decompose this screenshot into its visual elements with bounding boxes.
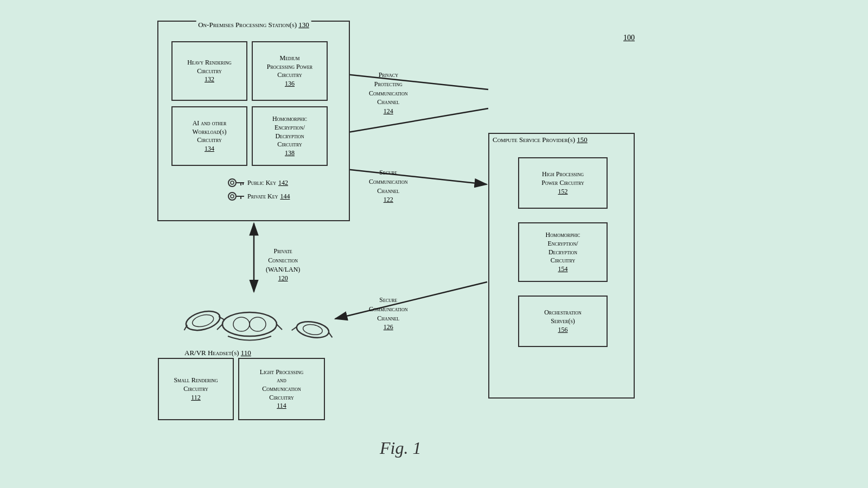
heavy-rendering-ref: 132 — [205, 75, 214, 84]
orchestration-box: OrchestrationServer(s) 156 — [518, 296, 608, 347]
private-key-area: Private Key 144 — [228, 191, 290, 201]
light-processing-title: Light ProcessingandCommunicationCircuitr… — [260, 368, 304, 402]
compute-title: Compute Service Provider(s) 150 — [491, 136, 589, 144]
medium-processing-title: MediumProcessing PowerCircuitry — [267, 54, 312, 80]
high-processing-ref: 152 — [558, 188, 568, 196]
heavy-rendering-title: Heavy RenderingCircuitry — [187, 59, 232, 75]
svg-point-16 — [184, 308, 222, 333]
svg-line-5 — [335, 282, 487, 319]
svg-point-7 — [228, 179, 236, 187]
homomorphic-compute-box: HomomorphicEncryption/DecryptionCircuitr… — [518, 222, 608, 282]
svg-line-3 — [335, 108, 488, 134]
small-rendering-ref: 112 — [191, 394, 201, 402]
light-processing-ref: 114 — [277, 402, 286, 410]
diagram-container: 100 On-Premises Processing Station(s) 13… — [0, 0, 868, 488]
public-key-ref: 142 — [278, 179, 288, 187]
svg-line-27 — [292, 326, 297, 331]
light-processing-box: Light ProcessingandCommunicationCircuitr… — [238, 358, 325, 420]
ai-workload-box: AI and otherWorkload(s)Circuitry 134 — [171, 106, 247, 166]
svg-point-22 — [250, 317, 266, 331]
homomorphic-compute-title: HomomorphicEncryption/DecryptionCircuitr… — [546, 231, 580, 265]
privacy-channel-label: PrivacyProtectingCommunicationChannel124 — [369, 70, 408, 116]
ref-100: 100 — [623, 34, 635, 42]
svg-line-24 — [277, 324, 282, 330]
svg-point-26 — [302, 323, 323, 336]
svg-point-25 — [295, 319, 330, 340]
high-processing-box: High ProcessingPower Circuitry 152 — [518, 157, 608, 209]
small-rendering-title: Small RenderingCircuitry — [174, 376, 218, 393]
private-connection-label: PrivateConnection(WAN/LAN)120 — [266, 247, 300, 283]
fig-caption: Fig. 1 — [380, 438, 421, 458]
svg-point-13 — [231, 195, 234, 198]
ai-workload-title: AI and otherWorkload(s)Circuitry — [193, 119, 227, 145]
ai-workload-ref: 134 — [205, 145, 214, 153]
homomorphic-on-box: HomomorphicEncryption/DecryptionCircuitr… — [252, 106, 328, 166]
arrows-svg — [0, 0, 868, 488]
svg-line-28 — [328, 332, 333, 337]
heavy-rendering-box: Heavy RenderingCircuitry 132 — [171, 41, 247, 101]
private-key-ref: 144 — [280, 192, 290, 201]
public-key-area: Public Key 142 — [228, 178, 288, 188]
svg-point-12 — [228, 192, 236, 200]
on-premises-title: On-Premises Processing Station(s) 130 — [196, 21, 311, 29]
svg-line-23 — [217, 324, 222, 330]
secure-channel-bottom-label: SecureCommunicationChannel126 — [369, 296, 408, 332]
svg-line-4 — [335, 168, 487, 184]
public-key-icon — [228, 178, 245, 188]
homomorphic-on-title: HomomorphicEncryption/DecryptionCircuitr… — [272, 115, 307, 149]
svg-point-8 — [231, 181, 234, 184]
small-rendering-box: Small RenderingCircuitry 112 — [158, 358, 234, 420]
high-processing-title: High ProcessingPower Circuitry — [541, 170, 584, 187]
svg-line-2 — [335, 73, 488, 89]
homomorphic-compute-ref: 154 — [558, 265, 568, 273]
public-key-label: Public Key — [247, 179, 276, 187]
secure-channel-top-label: SecureCommunicationChannel122 — [369, 168, 408, 204]
svg-point-21 — [233, 317, 250, 331]
headsets-svg — [168, 287, 342, 358]
private-key-icon — [228, 191, 245, 201]
orchestration-title: OrchestrationServer(s) — [544, 309, 582, 325]
arvr-headset-area — [168, 287, 342, 358]
medium-processing-box: MediumProcessing PowerCircuitry 136 — [252, 41, 328, 101]
private-key-label: Private Key — [247, 192, 278, 201]
arvr-label: AR/VR Headset(s) 110 — [184, 349, 251, 357]
orchestration-ref: 156 — [558, 326, 568, 334]
homomorphic-on-ref: 138 — [285, 149, 295, 157]
medium-processing-ref: 136 — [285, 80, 295, 88]
